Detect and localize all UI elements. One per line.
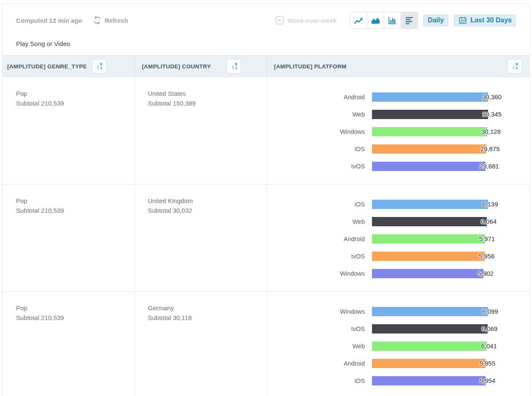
chart-type-column-button[interactable]	[384, 12, 401, 28]
bar[interactable]	[372, 234, 485, 244]
bar[interactable]	[372, 127, 487, 136]
bar[interactable]	[372, 376, 486, 385]
bar[interactable]	[372, 252, 485, 261]
bar-value-label: 6,069	[482, 325, 498, 332]
bar-row: Windows6,099	[267, 303, 529, 320]
bar-row: Android30,360	[267, 88, 529, 106]
toolbar-left: Computed 12 min ago Refresh	[16, 16, 128, 25]
sort-button-genre-type[interactable]: ↓ 91	[92, 59, 106, 73]
country-subtotal: Subtotal 150,389	[148, 98, 267, 108]
platform-label: Windows	[267, 270, 365, 277]
refresh-label: Refresh	[105, 17, 128, 24]
bar[interactable]	[372, 307, 488, 316]
bar[interactable]	[372, 342, 487, 351]
table-row: Pop Subtotal 210,539 United States Subto…	[3, 77, 529, 184]
country-value: United Kingdom	[148, 196, 267, 206]
country-value: United States	[148, 89, 267, 98]
bar-row: tvOS6,069	[267, 320, 529, 337]
bar-value-label: 6,139	[482, 201, 498, 208]
genre-value: Pop	[16, 196, 135, 206]
platform-label: Web	[267, 343, 365, 350]
platform-label: tvOS	[267, 253, 365, 260]
calendar-icon	[459, 16, 467, 24]
chart-type-horizontal-bar-button[interactable]	[401, 12, 418, 28]
toolbar: Computed 12 min ago Refresh Week-over-we…	[3, 4, 529, 30]
sort-digits: 91	[100, 62, 102, 71]
sort-digits: 91	[516, 62, 518, 71]
genre-subtotal: Subtotal 210,539	[16, 206, 135, 215]
area-chart-icon	[370, 15, 381, 26]
column-header-label: [AMPLITUDE] PLATFORM	[274, 63, 346, 70]
platform-cell: Android30,360Web30,345Windows30,128iOS29…	[267, 77, 529, 184]
bar-row: Windows5,902	[267, 265, 529, 282]
country-subtotal: Subtotal 30,032	[148, 206, 267, 215]
platform-label: Web	[267, 111, 365, 118]
platform-label: tvOS	[267, 325, 365, 332]
bar-value-label: 5,954	[480, 377, 496, 384]
bar-value-label: 30,345	[482, 111, 502, 118]
platform-label: tvOS	[267, 163, 365, 170]
bar[interactable]	[372, 269, 483, 278]
sort-numeric-descending-icon: ↓	[512, 63, 516, 70]
table-row: Pop Subtotal 210,539 Germany Subtotal 30…	[3, 292, 529, 396]
refresh-icon	[92, 16, 102, 25]
chart-panel: Computed 12 min ago Refresh Week-over-we…	[2, 3, 530, 396]
platform-label: Android	[267, 360, 365, 367]
bar-value-label: 29,681	[480, 163, 499, 170]
bar[interactable]	[372, 324, 488, 334]
bar[interactable]	[372, 144, 486, 154]
bar[interactable]	[372, 92, 488, 102]
line-chart-icon	[353, 15, 364, 26]
chart-type-line-button[interactable]	[350, 12, 367, 28]
bar-value-label: 5,902	[478, 270, 494, 277]
bar[interactable]	[372, 359, 486, 368]
horizontal-bar-chart-icon	[404, 15, 415, 26]
platform-label: iOS	[267, 201, 365, 208]
chart-type-area-button[interactable]	[367, 12, 384, 28]
bar[interactable]	[372, 162, 486, 171]
sort-button-country[interactable]: ↓ 91	[227, 59, 241, 73]
bar-value-label: 30,360	[482, 93, 502, 100]
bar-row: Web6,064	[267, 213, 529, 230]
bar[interactable]	[372, 110, 488, 119]
event-name: Play Song or Video	[16, 40, 70, 47]
country-cell: Germany Subtotal 30,118	[135, 292, 267, 396]
bar-value-label: 6,041	[481, 342, 497, 350]
interval-label: Daily	[428, 16, 444, 24]
bar-row: Web30,345	[267, 106, 529, 123]
bar-row: iOS5,954	[267, 372, 529, 389]
column-header-label: [AMPLITUDE] COUNTRY	[142, 63, 211, 70]
platform-label: iOS	[267, 377, 365, 384]
genre-value: Pop	[16, 89, 135, 98]
chart-type-group	[350, 12, 418, 29]
platform-label: Android	[267, 236, 365, 242]
bar-row: Android5,955	[267, 355, 529, 372]
platform-label: Windows	[267, 128, 365, 135]
country-value: Germany	[148, 303, 267, 313]
date-range-button[interactable]: Last 30 Days	[454, 14, 516, 27]
date-range-label: Last 30 Days	[470, 16, 512, 24]
bar-value-label: 30,128	[481, 128, 501, 135]
platform-cell: Windows6,099tvOS6,069Web6,041Android5,95…	[267, 292, 529, 396]
bar-row: Windows30,128	[267, 123, 529, 140]
bar[interactable]	[372, 217, 487, 226]
platform-cell: iOS6,139Web6,064Android5,971tvOS5,956Win…	[267, 184, 529, 291]
bar-row: Android5,971	[267, 230, 529, 247]
bar-row: tvOS29,681	[267, 157, 529, 175]
bar-value-label: 5,956	[479, 252, 495, 260]
event-row: Play Song or Video	[3, 30, 529, 55]
bar-value-label: 5,971	[479, 235, 495, 242]
refresh-button[interactable]: Refresh	[92, 16, 128, 25]
table-row: Pop Subtotal 210,539 United Kingdom Subt…	[3, 184, 529, 292]
horizontal-bar-chart: iOS6,139Web6,064Android5,971tvOS5,956Win…	[267, 195, 529, 282]
table-header: [AMPLITUDE] GENRE_TYPE ↓ 91 [AMPLITUDE] …	[3, 55, 529, 77]
horizontal-bar-chart: Android30,360Web30,345Windows30,128iOS29…	[267, 88, 529, 175]
genre-cell: Pop Subtotal 210,539	[3, 184, 135, 291]
column-header-country: [AMPLITUDE] COUNTRY ↓ 91	[135, 56, 267, 77]
table-body: Pop Subtotal 210,539 United States Subto…	[3, 77, 529, 396]
bar[interactable]	[372, 200, 488, 209]
interval-button[interactable]: Daily	[423, 14, 448, 27]
sort-numeric-descending-icon: ↓	[96, 63, 100, 70]
week-over-week-toggle[interactable]: Week-over-week	[275, 16, 337, 24]
sort-button-platform[interactable]: ↓ 91	[508, 59, 522, 73]
